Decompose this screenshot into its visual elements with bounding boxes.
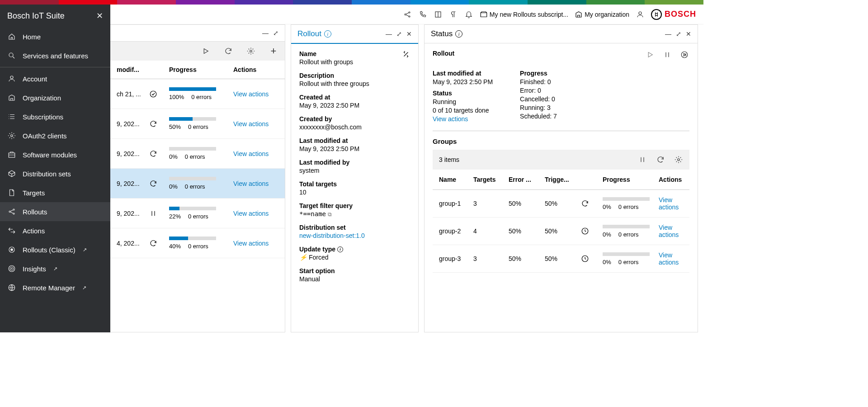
progress-bar bbox=[169, 177, 216, 180]
view-actions-link[interactable]: View actions bbox=[233, 210, 269, 217]
rollout-row[interactable]: 9, 202...50%0 errorsView actions bbox=[110, 109, 285, 139]
add-icon[interactable]: + bbox=[269, 46, 278, 56]
svg-point-5 bbox=[9, 53, 13, 57]
rollout-row[interactable]: 4, 202...40%0 errorsView actions bbox=[110, 228, 285, 258]
rollout-row[interactable]: 9, 202...22%0 errorsView actions bbox=[110, 199, 285, 228]
minimize-icon[interactable]: — bbox=[262, 29, 269, 37]
rollout-row[interactable]: ch 21, ...100%0 errorsView actions bbox=[110, 79, 285, 109]
sidebar-item-insights[interactable]: Insights↗ bbox=[0, 259, 110, 278]
close-icon[interactable]: ✕ bbox=[96, 11, 103, 21]
radar-icon bbox=[7, 264, 16, 273]
progress-errors: 0 errors bbox=[618, 259, 639, 265]
rollout-row[interactable]: 9, 202...0%0 errorsView actions bbox=[110, 139, 285, 169]
share-icon[interactable] bbox=[403, 10, 412, 19]
gear-icon bbox=[7, 131, 16, 140]
svg-point-13 bbox=[11, 249, 13, 251]
col-progress-header[interactable]: Progress bbox=[169, 66, 233, 73]
gcol-trigger[interactable]: Trigge... bbox=[545, 176, 581, 183]
sidebar-item-home[interactable]: Home bbox=[0, 27, 110, 46]
sidebar-item-actions[interactable]: Actions bbox=[0, 221, 110, 240]
sidebar-item-subscriptions[interactable]: Subscriptions bbox=[0, 107, 110, 126]
modified-cell: 9, 202... bbox=[117, 150, 149, 157]
gcol-error[interactable]: Error ... bbox=[509, 176, 545, 183]
copy-icon[interactable]: ⧉ bbox=[328, 211, 332, 218]
createdby-label: Created by bbox=[299, 115, 410, 123]
progress-errors: 0 errors bbox=[185, 153, 205, 160]
sidebar-item-distribution-sets[interactable]: Distribution sets bbox=[0, 164, 110, 183]
sidebar-item-organization[interactable]: Organization bbox=[0, 88, 110, 107]
minimize-icon[interactable]: — bbox=[386, 30, 392, 38]
status-view-actions-link[interactable]: View actions bbox=[433, 115, 493, 123]
view-actions-link[interactable]: View actions bbox=[659, 251, 679, 266]
sidebar-item-account[interactable]: Account bbox=[0, 69, 110, 88]
view-actions-link[interactable]: View actions bbox=[233, 120, 269, 128]
phone-icon[interactable] bbox=[418, 10, 427, 19]
sidebar-item-rollouts-classic-[interactable]: Rollouts (Classic)↗ bbox=[0, 240, 110, 259]
gcol-name[interactable]: Name bbox=[439, 176, 473, 183]
skip-icon[interactable] bbox=[679, 50, 689, 60]
sidebar-item-oauth2-clients[interactable]: OAuth2 clients bbox=[0, 126, 110, 145]
info-icon[interactable]: i bbox=[455, 30, 462, 38]
sidebar-item-label: Insights bbox=[23, 265, 46, 273]
gear-icon[interactable] bbox=[246, 46, 256, 56]
name-value: Rollout with groups bbox=[299, 58, 410, 66]
gcol-targets[interactable]: Targets bbox=[473, 176, 509, 183]
pause-icon[interactable] bbox=[638, 155, 647, 164]
refresh-icon[interactable] bbox=[656, 155, 665, 164]
view-actions-link[interactable]: View actions bbox=[233, 180, 269, 187]
group-status-icon bbox=[581, 255, 603, 263]
svg-point-19 bbox=[150, 91, 156, 97]
startoption-value: Manual bbox=[299, 275, 410, 283]
close-icon[interactable]: ✕ bbox=[406, 30, 412, 38]
gcol-actions[interactable]: Actions bbox=[659, 176, 683, 183]
bell-icon[interactable] bbox=[464, 10, 473, 19]
status-lastmod-label: Last modified at bbox=[433, 70, 493, 77]
status-scheduled: Scheduled: 7 bbox=[520, 113, 557, 120]
paragraph-icon[interactable] bbox=[449, 10, 458, 19]
totaltargets-value: 10 bbox=[299, 189, 410, 196]
organization-selector[interactable]: My organization bbox=[575, 10, 629, 19]
play-icon[interactable] bbox=[645, 50, 655, 60]
user-icon[interactable] bbox=[636, 10, 645, 19]
view-actions-link[interactable]: View actions bbox=[659, 224, 679, 238]
svg-point-7 bbox=[11, 135, 13, 137]
svg-point-1 bbox=[409, 12, 410, 13]
subscription-selector[interactable]: My new Rollouts subscript... bbox=[480, 10, 568, 19]
view-actions-link[interactable]: View actions bbox=[233, 90, 269, 98]
tools-icon[interactable] bbox=[402, 50, 410, 60]
group-name: group-2 bbox=[439, 227, 473, 235]
group-row[interactable]: group-2450%50%0%0 errorsView actions bbox=[433, 218, 689, 245]
sidebar-item-rollouts[interactable]: Rollouts bbox=[0, 202, 110, 221]
minimize-icon[interactable]: — bbox=[665, 30, 671, 38]
info-icon[interactable]: i bbox=[324, 30, 331, 38]
gcol-progress[interactable]: Progress bbox=[603, 176, 659, 183]
view-actions-link[interactable]: View actions bbox=[659, 196, 679, 211]
expand-icon[interactable]: ⤢ bbox=[676, 30, 681, 38]
group-status-icon bbox=[581, 199, 603, 208]
expand-icon[interactable]: ⤢ bbox=[396, 30, 402, 38]
col-modified-header[interactable]: modif... bbox=[117, 66, 149, 73]
circle-icon bbox=[7, 245, 16, 254]
sidebar-title: Bosch IoT Suite bbox=[7, 11, 65, 21]
expand-icon[interactable]: ⤢ bbox=[273, 29, 278, 37]
info-icon[interactable]: i bbox=[337, 246, 343, 252]
sidebar-item-services-and-features[interactable]: Services and features bbox=[0, 46, 110, 65]
view-actions-link[interactable]: View actions bbox=[233, 150, 269, 157]
sidebar-item-remote-manager[interactable]: Remote Manager↗ bbox=[0, 278, 110, 297]
gear-icon[interactable] bbox=[674, 155, 683, 164]
view-actions-link[interactable]: View actions bbox=[233, 240, 269, 247]
pause-icon[interactable] bbox=[662, 50, 672, 60]
refresh-icon[interactable] bbox=[223, 46, 233, 56]
book-icon[interactable] bbox=[434, 10, 443, 19]
col-actions-header[interactable]: Actions bbox=[233, 66, 278, 73]
group-row[interactable]: group-1350%50%0%0 errorsView actions bbox=[433, 190, 689, 218]
sidebar-item-software-modules[interactable]: Software modules bbox=[0, 145, 110, 164]
sidebar-item-targets[interactable]: Targets bbox=[0, 183, 110, 202]
rollout-heading: Rollout bbox=[433, 50, 454, 57]
distset-link[interactable]: new-distribution-set:1.0 bbox=[299, 232, 410, 239]
group-row[interactable]: group-3350%50%0%0 errorsView actions bbox=[433, 245, 689, 273]
close-icon[interactable]: ✕ bbox=[686, 30, 691, 38]
rollout-row[interactable]: 9, 202...0%0 errorsView actions bbox=[110, 169, 285, 199]
play-icon[interactable] bbox=[201, 46, 211, 56]
svg-point-0 bbox=[405, 14, 406, 15]
